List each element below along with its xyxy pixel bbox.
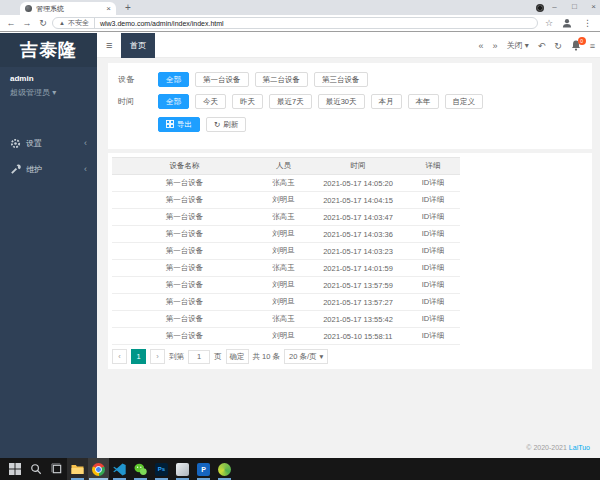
time-filter-this-year[interactable]: 本年	[408, 94, 439, 109]
windows-start-icon	[9, 463, 21, 475]
file-explorer-button[interactable]	[67, 458, 88, 480]
window-close-button[interactable]: ×	[585, 0, 600, 15]
device-filter-1[interactable]: 第一台设备	[195, 72, 249, 87]
wechat-taskbar-button[interactable]	[130, 458, 151, 480]
table-row: 第一台设备 刘明旦 2021-05-17 13:57:27 ID详细	[112, 294, 460, 311]
cell-device: 第一台设备	[112, 260, 257, 277]
detail-link[interactable]: ID详细	[406, 311, 460, 328]
cell-person: 张高玉	[257, 311, 310, 328]
start-button[interactable]	[4, 458, 25, 480]
device-filter-all[interactable]: 全部	[158, 72, 189, 87]
time-filter-last30days[interactable]: 最近30天	[318, 94, 365, 109]
time-filter-yesterday[interactable]: 昨天	[232, 94, 263, 109]
detail-link[interactable]: ID详细	[406, 243, 460, 260]
bookmark-star-icon[interactable]: ☆	[545, 15, 553, 31]
cell-device: 第一台设备	[112, 328, 257, 345]
device-filter-2[interactable]: 第二台设备	[255, 72, 309, 87]
document-app-taskbar-button[interactable]	[172, 458, 193, 480]
goto-confirm-button[interactable]: 确定	[226, 349, 249, 364]
export-button[interactable]: 导出	[158, 117, 200, 132]
url-text: wlw3.demo.com/admin/index/index.html	[95, 20, 224, 27]
cell-device: 第一台设备	[112, 311, 257, 328]
url-omnibox[interactable]: ▲ 不安全 wlw3.demo.com/admin/index/index.ht…	[52, 17, 538, 29]
detail-link[interactable]: ID详细	[406, 277, 460, 294]
task-view-button[interactable]	[46, 458, 67, 480]
window-maximize-button[interactable]: □	[566, 0, 583, 15]
cell-time: 2021-05-17 13:57:27	[310, 294, 406, 311]
refresh-button[interactable]: ↻ 刷新	[206, 117, 246, 132]
time-filter-last7days[interactable]: 最近7天	[269, 94, 312, 109]
time-filter-today[interactable]: 今天	[195, 94, 226, 109]
cell-device: 第一台设备	[112, 226, 257, 243]
photoshop-taskbar-button[interactable]: Ps	[151, 458, 172, 480]
per-page-select[interactable]: 20 条/页 ▾	[284, 349, 328, 364]
browser-tab[interactable]: 管理系统 ×	[20, 2, 116, 15]
security-label: 不安全	[68, 18, 95, 28]
gear-icon	[10, 138, 21, 149]
table-row: 第一台设备 刘明旦 2021-05-17 13:57:59 ID详细	[112, 277, 460, 294]
page-prev-button[interactable]: ‹	[112, 349, 127, 364]
sidebar: 吉泰隆 admin 超级管理员 ▾ 设置 ‹ 维	[0, 33, 97, 458]
detail-link[interactable]: ID详细	[406, 175, 460, 192]
tab-scroll-left-icon[interactable]: «	[479, 41, 484, 51]
browser-forward-button[interactable]: →	[20, 15, 34, 31]
close-tabs-dropdown[interactable]: 关闭 ▾	[507, 40, 529, 51]
detail-link[interactable]: ID详细	[406, 294, 460, 311]
detail-link[interactable]: ID详细	[406, 226, 460, 243]
new-tab-button[interactable]: +	[125, 1, 131, 14]
browser-menu-icon[interactable]: ⋮	[583, 15, 592, 31]
time-filter-this-month[interactable]: 本月	[371, 94, 402, 109]
more-menu-icon[interactable]: ≡	[590, 41, 595, 51]
vscode-icon	[113, 463, 126, 476]
brand-logo: 吉泰隆	[0, 33, 97, 67]
detail-link[interactable]: ID详细	[406, 209, 460, 226]
device-filter-label: 设备	[118, 74, 158, 85]
sidebar-toggle-icon[interactable]: ≡	[106, 33, 112, 58]
tab-close-icon[interactable]: ×	[106, 5, 111, 13]
cell-time: 2021-05-17 13:57:59	[310, 277, 406, 294]
page-unit-label: 页	[214, 352, 222, 362]
green-app-taskbar-button[interactable]	[214, 458, 235, 480]
recording-indicator-icon	[536, 4, 544, 12]
cell-device: 第一台设备	[112, 294, 257, 311]
profile-avatar-icon[interactable]	[562, 18, 572, 28]
col-detail: 详细	[406, 158, 460, 175]
refresh-page-icon[interactable]: ↻	[554, 41, 562, 51]
time-filter-custom[interactable]: 自定义	[445, 94, 484, 109]
copyright-link[interactable]: LaiTuo	[569, 444, 590, 451]
chevron-left-icon: ‹	[84, 138, 87, 148]
wechat-icon	[134, 463, 147, 476]
chrome-taskbar-button[interactable]	[88, 458, 109, 480]
detail-link[interactable]: ID详细	[406, 192, 460, 209]
page-1-button[interactable]: 1	[131, 349, 146, 364]
p-app-taskbar-button[interactable]: P	[193, 458, 214, 480]
chrome-icon	[92, 463, 105, 476]
time-filter-all[interactable]: 全部	[158, 94, 189, 109]
cell-person: 张高玉	[257, 260, 310, 277]
back-arrow-icon[interactable]: ↶	[538, 41, 546, 51]
cell-time: 2021-05-17 14:05:20	[310, 175, 406, 192]
cell-person: 刘明旦	[257, 294, 310, 311]
sidebar-item-maintenance[interactable]: 维护 ‹	[0, 156, 97, 182]
cell-time: 2021-05-17 13:55:42	[310, 311, 406, 328]
task-view-icon	[51, 463, 63, 475]
notification-bell-button[interactable]: 0	[571, 40, 581, 52]
browser-reload-button[interactable]: ↻	[36, 15, 50, 31]
browser-back-button[interactable]: ←	[4, 15, 18, 31]
tab-home[interactable]: 首页	[121, 33, 155, 58]
vscode-taskbar-button[interactable]	[109, 458, 130, 480]
device-filter-3[interactable]: 第三台设备	[314, 72, 368, 87]
goto-page-input[interactable]	[188, 350, 210, 364]
role-dropdown[interactable]: 超级管理员 ▾	[10, 87, 87, 98]
window-minimize-button[interactable]: –	[546, 0, 563, 15]
sidebar-item-settings[interactable]: 设置 ‹	[0, 130, 97, 156]
tab-scroll-right-icon[interactable]: »	[493, 41, 498, 51]
detail-link[interactable]: ID详细	[406, 328, 460, 345]
detail-link[interactable]: ID详细	[406, 260, 460, 277]
page-next-button[interactable]: ›	[150, 349, 165, 364]
table-card: 设备名称 人员 时间 详细 第一台设备 张高玉 2021-05-17 14:05…	[108, 153, 592, 369]
taskbar-search-button[interactable]	[25, 458, 46, 480]
wrench-icon	[10, 164, 21, 175]
cell-device: 第一台设备	[112, 192, 257, 209]
username-text: admin	[10, 74, 87, 83]
